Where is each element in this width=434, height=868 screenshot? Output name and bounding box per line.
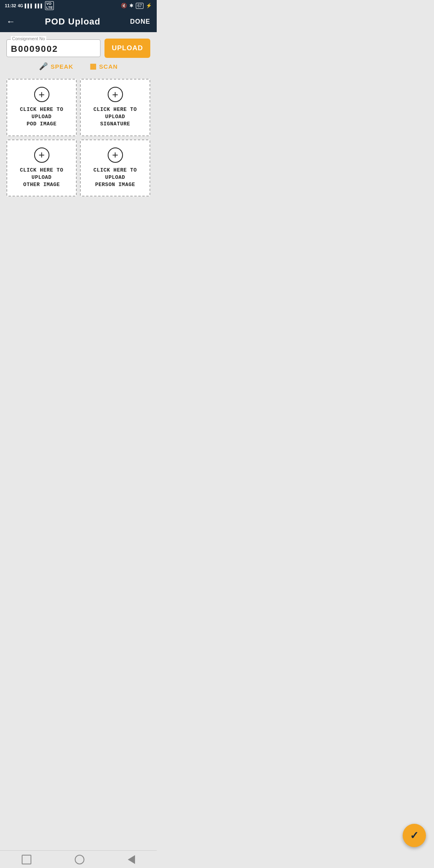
plus-icon: + — [108, 147, 123, 163]
speak-button[interactable]: 🎤 SPEAK — [39, 62, 74, 71]
upload-signature-label: CLICK HERE TO UPLOADSIGNATURE — [84, 106, 146, 128]
plus-icon: + — [34, 147, 49, 163]
main-content: Consignment No B0009002 UPLOAD 🎤 SPEAK ▦… — [0, 32, 157, 203]
mute-icon: 🔇 — [121, 3, 127, 8]
consignment-row: Consignment No B0009002 UPLOAD — [6, 39, 150, 58]
consignment-label: Consignment No — [11, 36, 46, 41]
action-row: 🎤 SPEAK ▦ SCAN — [6, 62, 150, 71]
upload-pod-image[interactable]: + CLICK HERE TO UPLOADPOD IMAGE — [6, 79, 77, 136]
upload-other-image[interactable]: + CLICK HERE TO UPLOADOTHER IMAGE — [6, 139, 77, 197]
page-title: POD Upload — [45, 16, 100, 27]
bluetooth-icon: ✱ — [129, 3, 133, 8]
back-button[interactable]: ← — [6, 16, 15, 27]
upload-grid: + CLICK HERE TO UPLOADPOD IMAGE + CLICK … — [6, 79, 150, 197]
status-time: 11:32 4G ▌▌▌ ▌▌▌ VOLTE — [5, 1, 54, 10]
app-header: ← POD Upload DONE — [0, 11, 157, 32]
charging-icon: ⚡ — [146, 3, 152, 8]
microphone-icon: 🎤 — [39, 62, 48, 71]
consignment-value: B0009002 — [11, 42, 96, 54]
barcode-icon: ▦ — [90, 62, 97, 71]
battery-indicator: 67 — [136, 3, 143, 9]
status-bar: 11:32 4G ▌▌▌ ▌▌▌ VOLTE 🔇 ✱ 67 ⚡ — [0, 0, 157, 11]
upload-person-image[interactable]: + CLICK HERE TO UPLOADPERSON IMAGE — [80, 139, 150, 197]
plus-icon: + — [34, 87, 49, 102]
scan-button[interactable]: ▦ SCAN — [90, 62, 118, 71]
upload-other-label: CLICK HERE TO UPLOADOTHER IMAGE — [10, 167, 73, 189]
consignment-field[interactable]: Consignment No B0009002 — [6, 39, 100, 57]
upload-button[interactable]: UPLOAD — [104, 39, 150, 58]
status-icons: 🔇 ✱ 67 ⚡ — [121, 3, 152, 9]
plus-icon: + — [108, 87, 123, 102]
upload-signature[interactable]: + CLICK HERE TO UPLOADSIGNATURE — [80, 79, 150, 136]
upload-pod-label: CLICK HERE TO UPLOADPOD IMAGE — [10, 106, 73, 128]
done-button[interactable]: DONE — [130, 18, 150, 25]
upload-person-label: CLICK HERE TO UPLOADPERSON IMAGE — [84, 167, 146, 189]
